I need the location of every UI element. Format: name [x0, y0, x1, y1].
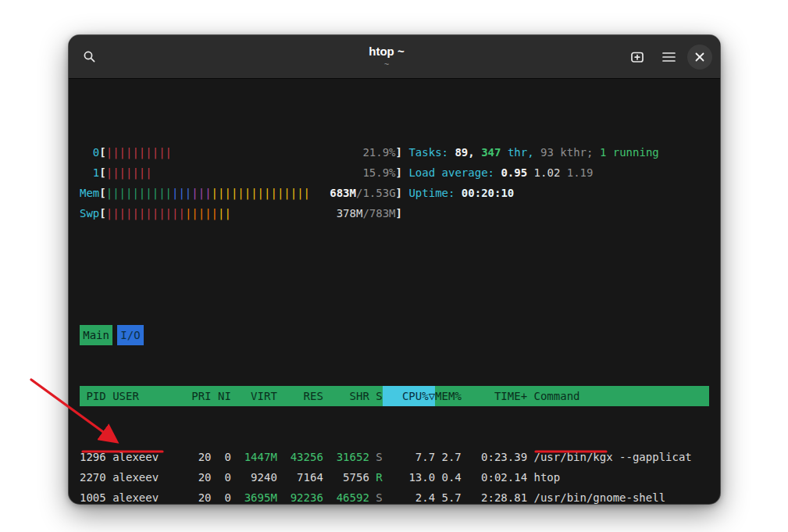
cell-ni: 0 — [212, 487, 231, 504]
cell-shr: 46592 — [323, 487, 369, 504]
column-header-res[interactable]: RES — [277, 386, 323, 406]
meter-bar-segment: ||| — [172, 187, 191, 199]
menu-button[interactable] — [656, 45, 681, 70]
meter-body: |||||||||||||||||||||||||||||||683M/1.53… — [106, 183, 396, 203]
meter-bracket: ] — [396, 142, 402, 162]
meter-label: Swp — [80, 203, 99, 223]
sysinfo-part: 347 — [481, 146, 508, 159]
meter-bar-segment: |||||||||| — [106, 187, 172, 199]
meter-value-part: 21.9% — [362, 146, 395, 159]
process-row-1005[interactable]: 1005alexeev2003695M9223646592S2.45.72:28… — [80, 487, 709, 504]
meter-value: 378M/783M — [337, 203, 396, 223]
terminal-window: htop ~ ~ — [69, 35, 720, 504]
meter-bracket: [ — [99, 142, 105, 162]
cell-cmd: /usr/bin/gnome-shell — [527, 487, 709, 504]
cell-pid: 2270 — [80, 467, 106, 487]
sysinfo-part: 1.19 — [567, 166, 594, 179]
cell-time: 2:28.81 — [462, 487, 527, 504]
search-button[interactable] — [77, 45, 102, 70]
process-row-1296[interactable]: 1296alexeev2001447M4325631652S7.72.70:23… — [80, 447, 709, 467]
meter-value-part: 15.9% — [362, 166, 395, 179]
column-header-ni[interactable]: NI — [212, 386, 231, 406]
cell-pid: 1005 — [80, 487, 106, 504]
sysinfo-part: 1 running — [600, 146, 659, 159]
meter-bracket: [ — [99, 183, 105, 203]
sysinfo-part: 0.95 — [501, 166, 533, 179]
spacer-line — [80, 264, 709, 284]
sysinfo-part: 93 kthr; — [540, 146, 600, 159]
meter-bar-segment: || — [218, 207, 231, 220]
cell-shr: 31652 — [323, 447, 369, 467]
cell-shr: 5756 — [323, 467, 369, 487]
column-header-pid[interactable]: PID — [80, 386, 106, 406]
meter-label: Mem — [80, 183, 99, 203]
hamburger-menu-icon — [662, 52, 676, 62]
new-tab-icon — [630, 50, 644, 64]
new-tab-button[interactable] — [625, 45, 650, 70]
meter-cpu0: 0[||||||||||21.9%] — [80, 142, 402, 162]
cell-cpu: 13.0 — [383, 467, 435, 487]
column-header-s[interactable]: S — [369, 386, 383, 406]
cell-mem: 0.4 — [435, 467, 462, 487]
sysinfo-part: thr, — [508, 146, 540, 159]
cell-virt: 3695M — [231, 487, 277, 504]
column-header-pri[interactable]: PRI — [185, 386, 212, 406]
column-header-shr[interactable]: SHR — [323, 386, 369, 406]
cell-user: alexeev — [106, 487, 185, 504]
column-header-cmd[interactable]: Command — [527, 386, 709, 406]
meter-bar-segment: ||||||||||||||| — [212, 187, 310, 199]
window-title: htop ~ — [369, 45, 404, 58]
column-header-time[interactable]: TIME+ — [462, 386, 527, 406]
process-row-2270[interactable]: 2270alexeev200924071645756R13.00.40:02.1… — [80, 467, 709, 487]
sysinfo-uptime: Uptime: 00:20:10 — [408, 183, 658, 203]
meter-bracket: [ — [99, 162, 105, 183]
column-header-mem[interactable]: MEM% — [435, 386, 462, 406]
meter-body: |||||||15.9% — [106, 162, 396, 183]
meter-bars: ||||||||||||||||||||||||||||||| — [106, 183, 310, 203]
cell-time: 0:02.14 — [462, 467, 527, 487]
meter-body: |||||||||||||||||||378M/783M — [106, 203, 396, 223]
tab-i-o[interactable]: I/O — [117, 325, 144, 345]
meter-bars: |||||||||| — [106, 142, 172, 162]
meter-bars: ||||||| — [106, 162, 152, 183]
column-header-user[interactable]: USER — [106, 386, 185, 406]
sysinfo-part: 00:20:10 — [462, 187, 514, 199]
meter-value-part: 683M — [330, 187, 356, 199]
cell-res: 92236 — [277, 487, 323, 504]
sysinfo-part: 1.02 — [534, 166, 567, 179]
meter-bars: ||||||||||||||||||| — [106, 203, 231, 223]
titlebar-controls — [625, 45, 712, 70]
meter-cpu1: 1[|||||||15.9%] — [80, 162, 402, 183]
cell-virt: 9240 — [231, 467, 277, 487]
window-subtitle: ~ — [384, 59, 389, 69]
meter-value-part: 378M — [337, 207, 363, 220]
cell-cpu: 2.4 — [383, 487, 435, 504]
close-button[interactable] — [687, 45, 712, 70]
sysinfo-load: Load average: 0.95 1.02 1.19 — [408, 162, 658, 183]
process-table: 1296alexeev2001447M4325631652S7.72.70:23… — [80, 447, 709, 504]
tab-main[interactable]: Main — [80, 325, 112, 345]
meter-bracket: [ — [99, 203, 105, 223]
cell-pri: 20 — [185, 487, 212, 504]
cell-res: 7164 — [277, 467, 323, 487]
cell-cmd: /usr/bin/kgx --gapplicat — [527, 447, 709, 467]
sysinfo-part: Load average: — [408, 166, 501, 179]
meter-body: ||||||||||21.9% — [106, 142, 396, 162]
meter-bar-segment: ||||||| — [106, 166, 152, 179]
sysinfo-part: Tasks: — [408, 146, 455, 159]
column-header-cpu[interactable]: CPU%▽ — [383, 386, 435, 406]
window-title-area: htop ~ ~ — [162, 35, 611, 78]
column-header-virt[interactable]: VIRT — [231, 386, 277, 406]
cell-time: 0:23.39 — [462, 447, 527, 467]
meter-value: 15.9% — [362, 162, 395, 183]
process-table-header: PIDUSERPRINIVIRTRESSHRSCPU%▽MEM%TIME+Com… — [80, 386, 709, 406]
meter-value: 21.9% — [362, 142, 395, 162]
screen-tabs: MainI/O — [80, 325, 709, 345]
meter-value-part: /783M — [362, 207, 395, 220]
cell-virt: 1447M — [231, 447, 277, 467]
search-icon — [83, 50, 96, 63]
meter-bar-segment: ||||| — [185, 207, 218, 220]
cell-s: R — [369, 467, 383, 487]
meter-bracket: ] — [396, 162, 402, 183]
meter-bracket: ] — [396, 183, 402, 203]
